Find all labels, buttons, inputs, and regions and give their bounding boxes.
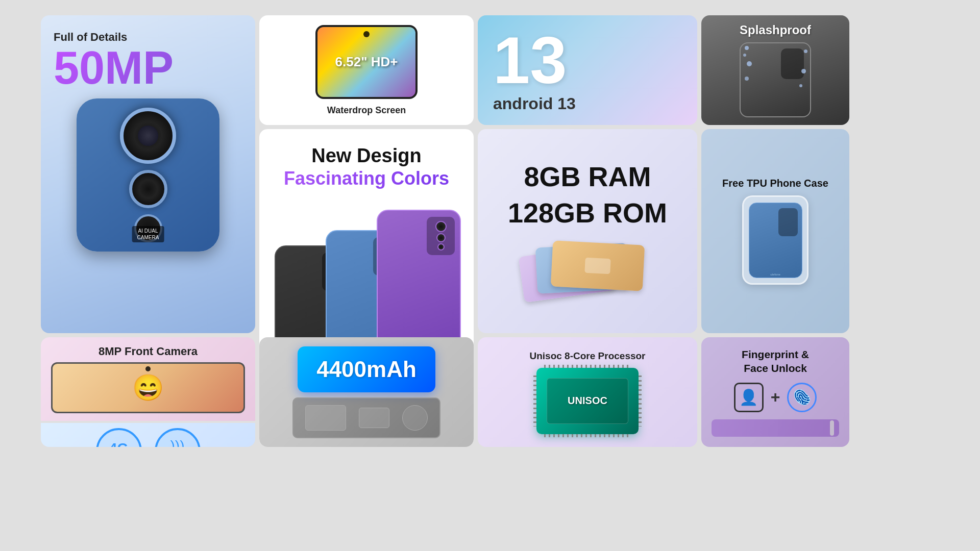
android-version-number: 13 xyxy=(493,27,567,93)
case-camera-bump xyxy=(778,208,798,236)
chip-brand-text: UNISOC xyxy=(568,395,607,407)
tpu-title: Free TPU Phone Case xyxy=(722,178,828,189)
cell-50mp: Full of Details 50MP AI DUALCAMERA xyxy=(41,15,255,333)
wifi-icon: ))) xyxy=(170,439,185,447)
face-unlock-icon: 👤 xyxy=(734,383,764,412)
cell-ram: 8GB RAM 128GB ROM xyxy=(478,129,697,333)
ram-label: 8GB RAM xyxy=(524,161,651,192)
cell-connectivity: 4G |||.LTE ))) 2.4 5GHz GHz xyxy=(41,423,255,447)
waterdrop-label: Waterdrop Screen xyxy=(327,105,406,116)
cell-screen: 6.52" HD+ Waterdrop Screen xyxy=(259,15,474,125)
front-camera-title: 8MP Front Camera xyxy=(51,345,245,358)
phone-internals xyxy=(292,397,440,438)
phone-display: 6.52" HD+ xyxy=(315,25,418,99)
cell-front-camera: 8MP Front Camera 😄 xyxy=(41,337,255,421)
cell-splashproof: Splashproof xyxy=(701,15,849,125)
camera-module: AI DUALCAMERA xyxy=(77,98,219,252)
phone-edge-visual xyxy=(712,419,839,437)
processor-title: Unisoc 8-Core Processor xyxy=(529,350,645,362)
cell-android: 13 android 13 xyxy=(478,15,697,125)
phone-case-visual: ulefone xyxy=(742,195,808,285)
lte-icon: 4G xyxy=(109,441,128,447)
biometric-icons: 👤 + 🫆 xyxy=(734,383,817,412)
cell-biometric: Fingerprint &Face Unlock 👤 + 🫆 xyxy=(701,337,849,447)
mp-value: 50MP xyxy=(54,45,174,91)
wifi-badge: ))) 2.4 5GHz GHz xyxy=(155,428,201,447)
storage-stack xyxy=(516,240,659,302)
cell-battery: 4400mAh xyxy=(259,337,474,447)
chip-visual: UNISOC xyxy=(536,368,639,434)
storage-card-3 xyxy=(551,240,645,291)
screen-size-label: 6.52" HD+ xyxy=(335,54,398,70)
ai-badge: AI DUALCAMERA xyxy=(132,226,164,242)
splash-phone-visual xyxy=(740,42,811,117)
splashproof-title: Splashproof xyxy=(740,23,811,37)
biometric-title: Fingerprint &Face Unlock xyxy=(742,347,809,375)
battery-chip: 4400mAh xyxy=(298,346,435,392)
brand-label: ulefone xyxy=(770,273,780,276)
cell-row3-col1: 8MP Front Camera 😄 4G |||.LTE ))) 2.4 5G… xyxy=(41,337,255,447)
battery-capacity: 4400mAh xyxy=(316,357,416,382)
fingerprint-icon: 🫆 xyxy=(787,383,817,412)
rom-label: 128GB ROM xyxy=(508,197,667,229)
main-grid: Full of Details 50MP AI DUALCAMERA 6.52"… xyxy=(0,0,980,551)
phone-in-case: ulefone xyxy=(749,203,802,278)
design-title-line1: New Design xyxy=(311,144,421,168)
design-title-line2: Fascinating Colors xyxy=(284,168,449,189)
lte-badge: 4G |||.LTE xyxy=(96,428,142,447)
cell-processor: Unisoc 8-Core Processor UNISOC xyxy=(478,337,697,447)
plus-sign: + xyxy=(771,388,780,407)
android-label: android 13 xyxy=(493,94,576,113)
cell-tpu: Free TPU Phone Case ulefone xyxy=(701,129,849,333)
selfie-display: 😄 xyxy=(51,362,245,413)
